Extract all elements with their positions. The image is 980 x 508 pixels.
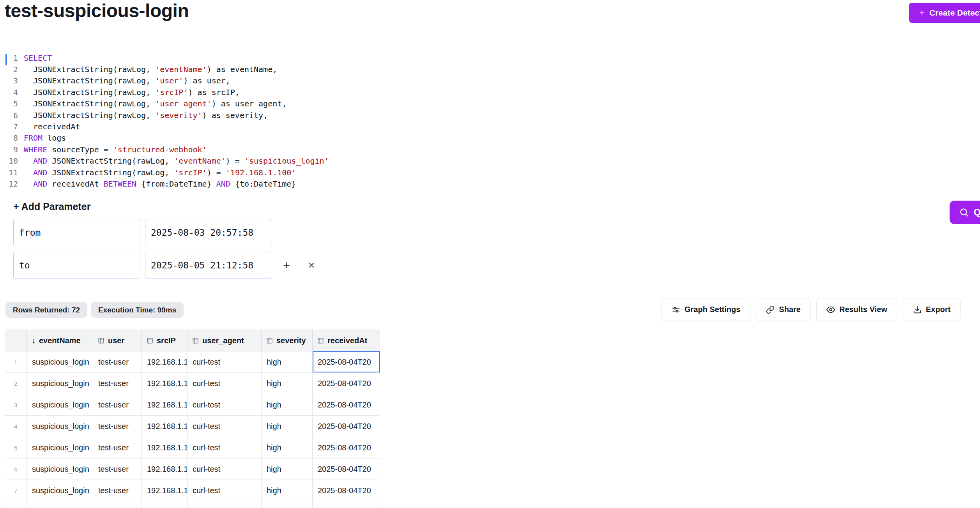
table-cell[interactable]: test-user [93, 416, 142, 437]
create-detection-button[interactable]: + Create Detection [909, 3, 980, 23]
table-cell[interactable]: 2025-08-04T20 [313, 501, 380, 508]
table-cell[interactable]: high [262, 394, 313, 416]
table-cell[interactable]: curl-test [188, 351, 262, 373]
line-number: 7 [5, 122, 18, 131]
code-line: 5 JSONExtractString(rawLog, 'user_agent'… [5, 98, 329, 109]
table-cell[interactable]: 192.168.1.1 [142, 437, 188, 459]
button-label: Share [779, 305, 801, 314]
table-cell[interactable]: 192.168.1.1 [142, 459, 188, 480]
line-number: 2 [5, 65, 18, 74]
table-cell[interactable]: test-user [93, 351, 142, 373]
table-cell[interactable]: curl-test [188, 459, 262, 480]
table-cell[interactable]: curl-test [188, 501, 262, 508]
table-cell[interactable]: high [262, 416, 313, 437]
table-cell[interactable]: curl-test [188, 480, 262, 501]
button-label: Results View [839, 305, 887, 314]
table-cell[interactable]: 2025-08-04T20 [313, 437, 380, 459]
results-toolbar: Graph Settings Share Results View Export [662, 298, 961, 321]
table-cell[interactable]: curl-test [188, 373, 262, 394]
execution-time-badge: Execution Time: 99ms [91, 302, 184, 318]
graph-settings-button[interactable]: Graph Settings [662, 298, 750, 321]
export-button[interactable]: Export [903, 298, 961, 321]
code-text: FROM logs [24, 133, 66, 143]
code-text: receivedAt [24, 122, 80, 131]
row-number-header [5, 330, 27, 351]
line-number: 5 [5, 99, 18, 108]
results-view-button[interactable]: Results View [816, 298, 897, 321]
column-header-user[interactable]: user [93, 330, 142, 351]
table-cell[interactable]: 192.168.1.1 [142, 373, 188, 394]
column-header-srcip[interactable]: srcIP [142, 330, 188, 351]
table-row: 7suspicious_logintest-user192.168.1.1cur… [5, 480, 380, 501]
table-cell[interactable]: 192.168.1.1 [142, 480, 188, 501]
add-parameter-row-button[interactable]: + [278, 257, 295, 273]
row-number: 2 [5, 373, 27, 394]
table-cell[interactable]: suspicious_login [27, 351, 93, 373]
code-text: JSONExtractString(rawLog, 'eventName') a… [24, 65, 277, 74]
query-button[interactable]: Query [950, 201, 980, 224]
table-cell[interactable]: 192.168.1.1 [142, 394, 188, 416]
column-type-icon [266, 337, 273, 344]
table-cell[interactable]: curl-test [188, 394, 262, 416]
table-row: 6suspicious_logintest-user192.168.1.1cur… [5, 459, 380, 480]
parameter-value-input[interactable] [145, 252, 272, 279]
table-cell[interactable]: curl-test [188, 437, 262, 459]
create-detection-label: Create Detection [929, 8, 980, 18]
table-cell[interactable]: 2025-08-04T20 [313, 416, 380, 437]
table-cell[interactable]: high [262, 459, 313, 480]
page-title: test-suspicious-login [5, 0, 189, 21]
table-cell[interactable]: 2025-08-04T20 [313, 373, 380, 394]
remove-parameter-row-button[interactable]: × [303, 257, 320, 273]
table-cell[interactable]: high [262, 351, 313, 373]
table-cell[interactable]: test-user [93, 501, 142, 508]
table-cell[interactable]: test-user [93, 459, 142, 480]
table-cell[interactable]: 2025-08-04T20 [313, 480, 380, 501]
table-cell[interactable]: 192.168.1.1 [142, 351, 188, 373]
add-parameter-button[interactable]: + Add Parameter [13, 201, 90, 212]
table-cell[interactable]: high [262, 437, 313, 459]
table-cell[interactable]: 192.168.1.1 [142, 501, 188, 508]
table-cell[interactable]: curl-test [188, 416, 262, 437]
row-number: 1 [5, 351, 27, 373]
table-cell[interactable]: test-user [93, 437, 142, 459]
table-cell[interactable]: test-user [93, 394, 142, 416]
table-cell[interactable]: high [262, 480, 313, 501]
table-cell[interactable]: test-user [93, 480, 142, 501]
download-icon [913, 305, 922, 314]
table-cell[interactable]: suspicious_login [27, 501, 93, 508]
table-cell[interactable]: test-user [93, 373, 142, 394]
code-lines: 1SELECT2 JSONExtractString(rawLog, 'even… [5, 52, 329, 190]
table-cell[interactable]: suspicious_login [27, 480, 93, 501]
button-label: Export [926, 305, 950, 314]
row-number: 4 [5, 416, 27, 437]
table-cell[interactable]: 2025-08-04T20 [313, 394, 380, 416]
column-header-severity[interactable]: severity [262, 330, 313, 351]
table-cell[interactable]: high [262, 373, 313, 394]
share-button[interactable]: Share [756, 298, 811, 321]
column-header-user-agent[interactable]: user_agent [188, 330, 262, 351]
table-row: 3suspicious_logintest-user192.168.1.1cur… [5, 394, 380, 416]
table-cell[interactable]: suspicious_login [27, 373, 93, 394]
code-line: 1SELECT [5, 52, 329, 64]
table-cell[interactable]: high [262, 501, 313, 508]
table-cell[interactable]: suspicious_login [27, 459, 93, 480]
column-header-receivedat[interactable]: receivedAt [313, 330, 380, 351]
line-number: 8 [5, 133, 18, 143]
column-header-eventname[interactable]: ↓ eventName [27, 330, 93, 351]
parameter-value-input[interactable] [145, 219, 272, 246]
table-cell[interactable]: suspicious_login [27, 394, 93, 416]
parameter-name-input[interactable] [13, 219, 140, 246]
search-icon [959, 207, 969, 217]
table-cell[interactable]: 192.168.1.1 [142, 416, 188, 437]
code-line: 6 JSONExtractString(rawLog, 'severity') … [5, 109, 329, 121]
table-cell[interactable]: suspicious_login [27, 437, 93, 459]
sql-editor[interactable]: 1SELECT2 JSONExtractString(rawLog, 'even… [5, 52, 329, 190]
table-cell[interactable]: 2025-08-04T20 [313, 459, 380, 480]
line-number: 9 [5, 145, 18, 154]
code-line: 10 AND JSONExtractString(rawLog, 'eventN… [5, 155, 329, 167]
table-cell[interactable]: suspicious_login [27, 416, 93, 437]
table-cell[interactable]: 2025-08-04T20 [313, 351, 380, 373]
code-text: JSONExtractString(rawLog, 'user') as use… [24, 76, 230, 85]
eye-icon [826, 305, 835, 314]
parameter-name-input[interactable] [13, 252, 140, 279]
